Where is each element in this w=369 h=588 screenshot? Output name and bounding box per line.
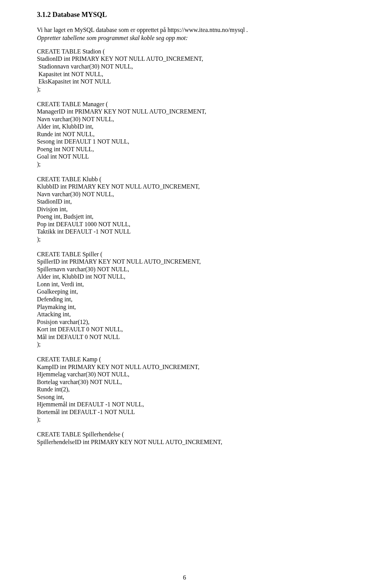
intro-line-2: Oppretter tabellene som programmet skal … <box>37 34 339 42</box>
intro-line-1: Vi har laget en MySQL database som er op… <box>37 26 339 33</box>
page-number: 6 <box>0 574 369 581</box>
document-page: 3.1.2 Database MYSQL Vi har laget en MyS… <box>0 0 369 588</box>
section-heading: 3.1.2 Database MYSQL <box>37 11 339 19</box>
sql-code-block: CREATE TABLE Stadion ( StadionID int PRI… <box>37 48 339 446</box>
